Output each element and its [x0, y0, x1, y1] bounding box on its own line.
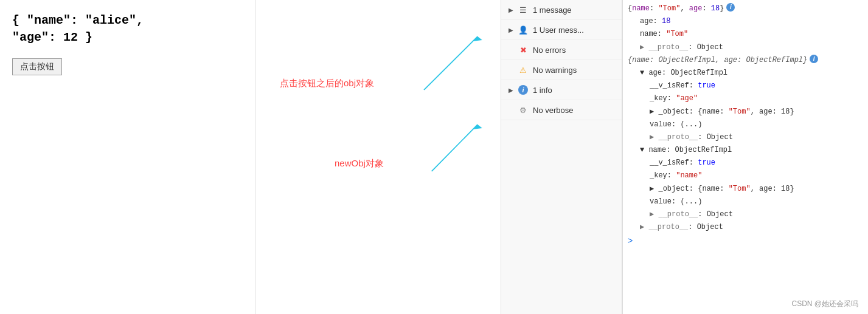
info-badge[interactable]: i	[726, 3, 735, 12]
warnings-label: No warnings	[533, 66, 577, 75]
dev-line-name_ref_key: _key: "name"	[623, 169, 868, 182]
dev-line-age_val: age: 18	[623, 15, 868, 28]
dev-line-obj2_header: {name: ObjectRefImpl, age: ObjectRefImpl…	[623, 54, 868, 67]
warning-icon: ⚠	[518, 65, 528, 75]
dev-line-name_val: name: "Tom"	[623, 28, 868, 41]
click-button[interactable]: 点击按钮	[12, 58, 62, 75]
dev-line-name_ref_obj: ▶ _object: {name: "Tom", age: 18}	[623, 183, 868, 196]
dev-line-name_ref_isref: __v_isRef: true	[623, 157, 868, 169]
watermark: CSDN @她还会采吗	[791, 299, 858, 309]
messages-label: 1 message	[533, 5, 572, 15]
json-line2: "age": 12 }	[12, 29, 144, 46]
arrows-svg	[255, 0, 501, 314]
verbose-label: No verbose	[533, 106, 573, 115]
console-item-messages[interactable]: ▶ ☰ 1 message	[501, 0, 622, 20]
annotation-label2: newObj对象	[335, 158, 384, 169]
json-line1: { "name": "alice",	[12, 12, 144, 29]
console-panel: ▶ ☰ 1 message ▶ 👤 1 User mess... ▶ ✖ No …	[501, 0, 622, 314]
prompt-line[interactable]: >	[623, 234, 868, 248]
console-item-warnings[interactable]: ▶ ⚠ No warnings	[501, 60, 622, 80]
console-item-info[interactable]: ▶ i 1 info	[501, 80, 622, 100]
console-item-errors[interactable]: ▶ ✖ No errors	[501, 40, 622, 60]
annotation-label1: 点击按钮之后的obj对象	[280, 78, 374, 89]
arrow-user: ▶	[509, 27, 513, 33]
devtools-panel: {name: "Tom", age: 18}iage: 18name: "Tom…	[622, 0, 868, 314]
svg-marker-3	[472, 125, 482, 129]
verbose-icon: ⚙	[518, 105, 528, 115]
svg-line-0	[424, 36, 477, 90]
info-badge[interactable]: i	[810, 55, 818, 63]
console-item-user[interactable]: ▶ 👤 1 User mess...	[501, 20, 622, 40]
dev-line-name_ref_val: value: (...)	[623, 196, 868, 208]
arrow-messages: ▶	[509, 7, 513, 13]
dev-line-age_ref_isref: __v_isRef: true	[623, 80, 868, 92]
json-display: { "name": "alice", "age": 12 }	[12, 12, 144, 46]
errors-label: No errors	[533, 46, 566, 55]
user-icon: 👤	[518, 25, 528, 35]
info-icon: i	[518, 85, 528, 95]
dev-line-age_ref_proto: ▶ __proto__: Object	[623, 131, 868, 144]
dev-line-proto1: ▶ __proto__: Object	[623, 41, 868, 54]
info-label: 1 info	[533, 86, 552, 95]
dev-line-age_ref_key: _key: "age"	[623, 92, 868, 105]
list-icon: ☰	[518, 5, 528, 15]
dev-line-age_ref_val: value: (...)	[623, 118, 868, 131]
user-label: 1 User mess...	[533, 26, 584, 35]
dev-line-age_ref_obj: ▶ _object: {name: "Tom", age: 18}	[623, 106, 868, 118]
dev-line-obj1_header: {name: "Tom", age: 18}i	[623, 2, 868, 15]
console-item-verbose[interactable]: ▶ ⚙ No verbose	[501, 100, 622, 120]
dev-line-age_ref: ▼ age: ObjectRefImpl	[623, 67, 868, 80]
svg-marker-1	[472, 36, 482, 41]
svg-line-2	[432, 125, 478, 171]
dev-line-name_ref: ▼ name: ObjectRefImpl	[623, 144, 868, 157]
arrow-info: ▶	[509, 87, 513, 94]
annotation-area: 点击按钮之后的obj对象 newObj对象	[255, 0, 501, 314]
dev-line-proto2: ▶ __proto__: Object	[623, 221, 868, 234]
dev-line-name_ref_proto: ▶ __proto__: Object	[623, 208, 868, 221]
browser-preview: { "name": "alice", "age": 12 } 点击按钮	[0, 0, 255, 314]
error-icon: ✖	[518, 45, 528, 55]
